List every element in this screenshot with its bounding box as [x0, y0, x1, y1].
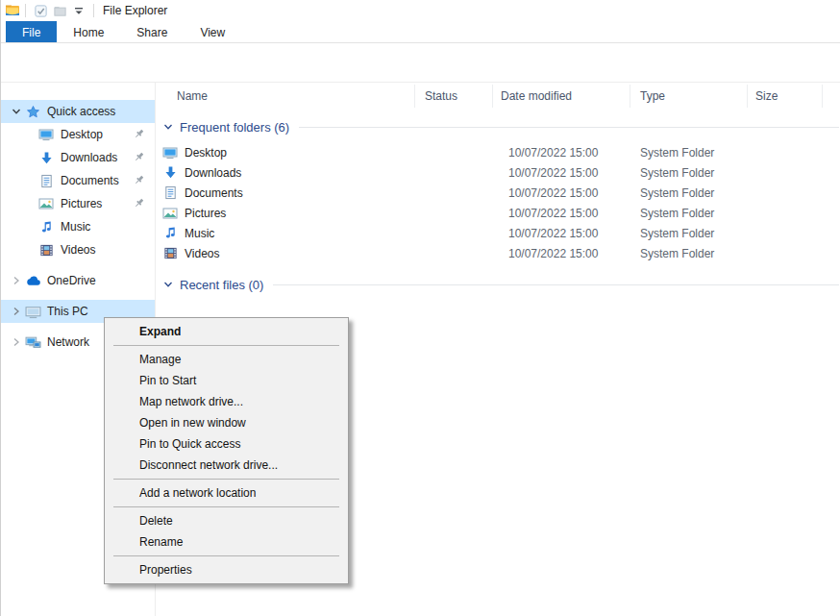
file-type: System Folder: [640, 146, 714, 160]
pin-icon: [133, 151, 145, 163]
menu-item-disconnect-network-drive[interactable]: Disconnect network drive...: [105, 455, 348, 476]
menu-item-pin-to-start[interactable]: Pin to Start: [105, 370, 348, 391]
sidebar-item-downloads[interactable]: Downloads: [1, 146, 155, 169]
downloads-icon: [162, 165, 178, 180]
file-type: System Folder: [640, 186, 714, 200]
file-name: Music: [185, 227, 214, 240]
sidebar-item-documents[interactable]: Documents: [1, 169, 155, 192]
tab-share[interactable]: Share: [120, 21, 184, 42]
file-row-documents[interactable]: Documents 10/07/2022 15:00 System Folder: [156, 183, 840, 203]
qat-new-folder-button[interactable]: [50, 2, 69, 19]
sidebar-item-label: Network: [47, 335, 89, 349]
sidebar-item-label: Documents: [61, 174, 119, 187]
column-header-size[interactable]: Size: [748, 85, 823, 108]
documents-icon: [162, 185, 178, 200]
chevron-expanded-icon[interactable]: [163, 280, 173, 289]
sidebar-item-label: This PC: [47, 305, 88, 318]
menu-item-pin-to-quick-access[interactable]: Pin to Quick access: [105, 433, 348, 455]
divider: [93, 4, 94, 17]
menu-separator: [113, 555, 339, 556]
menu-separator: [113, 479, 339, 480]
sidebar-item-desktop[interactable]: Desktop: [1, 123, 155, 146]
file-row-videos[interactable]: Videos 10/07/2022 15:00 System Folder: [156, 243, 840, 263]
this-pc-icon: [24, 304, 41, 320]
chevron-expanded-icon[interactable]: [163, 122, 173, 132]
frequent-folders-list: Desktop 10/07/2022 15:00 System Folder D…: [156, 142, 840, 263]
sidebar-item-label: Quick access: [47, 105, 115, 118]
sidebar-item-label: Videos: [61, 243, 95, 257]
column-header-name[interactable]: Name: [156, 85, 415, 108]
column-header-type[interactable]: Type: [630, 85, 748, 108]
sidebar-item-quick-access[interactable]: Quick access: [1, 100, 155, 123]
file-row-desktop[interactable]: Desktop 10/07/2022 15:00 System Folder: [156, 142, 840, 162]
pictures-icon: [37, 196, 55, 211]
sidebar-item-label: Desktop: [61, 128, 103, 141]
menu-item-properties[interactable]: Properties: [105, 559, 348, 580]
file-date-modified: 10/07/2022 15:00: [508, 166, 598, 180]
menu-item-manage[interactable]: Manage: [105, 349, 348, 370]
sidebar-item-music[interactable]: Music: [1, 215, 155, 238]
music-icon: [37, 220, 55, 234]
column-header-date-modified[interactable]: Date modified: [493, 85, 630, 108]
file-row-downloads[interactable]: Downloads 10/07/2022 15:00 System Folder: [156, 162, 840, 183]
desktop-icon: [37, 127, 55, 142]
file-type: System Folder: [640, 227, 714, 240]
group-rule: [273, 284, 839, 285]
menu-item-open-in-new-window[interactable]: Open in new window: [105, 412, 348, 433]
menu-item-delete[interactable]: Delete: [105, 510, 348, 531]
divider: [25, 4, 26, 17]
pictures-icon: [162, 206, 178, 221]
sidebar-item-label: Music: [61, 220, 90, 234]
file-type: System Folder: [640, 207, 714, 220]
tab-view[interactable]: View: [184, 21, 241, 42]
music-icon: [162, 226, 178, 240]
qat-customize-dropdown[interactable]: [69, 2, 88, 19]
chevron-collapsed-icon[interactable]: [9, 307, 24, 316]
chevron-collapsed-icon[interactable]: [9, 337, 24, 347]
tab-file[interactable]: File: [6, 21, 57, 42]
sidebar-item-label: Downloads: [61, 151, 117, 164]
menu-item-add-a-network-location[interactable]: Add a network location: [105, 482, 348, 504]
group-header-label: Recent files (0): [180, 278, 263, 292]
file-name: Downloads: [185, 166, 241, 180]
desktop-icon: [162, 145, 178, 160]
column-header-status[interactable]: Status: [415, 85, 493, 108]
qat-properties-button[interactable]: [31, 2, 50, 19]
sidebar-item-pictures[interactable]: Pictures: [1, 192, 155, 215]
sidebar-item-videos[interactable]: Videos: [1, 238, 155, 261]
file-type: System Folder: [640, 166, 714, 180]
videos-icon: [37, 243, 55, 258]
file-row-pictures[interactable]: Pictures 10/07/2022 15:00 System Folder: [156, 203, 840, 223]
file-explorer-app-icon: [5, 3, 20, 18]
file-name: Desktop: [185, 146, 227, 160]
sidebar-item-label: OneDrive: [47, 274, 96, 287]
tab-file-label: File: [22, 26, 40, 39]
pin-icon: [133, 197, 145, 209]
chevron-expanded-icon[interactable]: [9, 107, 24, 116]
file-name: Videos: [185, 247, 219, 260]
tab-home-label: Home: [73, 26, 104, 39]
group-header-frequent-folders[interactable]: Frequent folders (6): [156, 117, 840, 136]
menu-separator: [113, 345, 339, 346]
menu-item-map-network-drive[interactable]: Map network drive...: [105, 391, 348, 412]
file-row-music[interactable]: Music 10/07/2022 15:00 System Folder: [156, 223, 840, 243]
file-date-modified: 10/07/2022 15:00: [508, 227, 598, 240]
file-date-modified: 10/07/2022 15:00: [508, 186, 598, 200]
file-type: System Folder: [640, 247, 714, 260]
group-header-recent-files[interactable]: Recent files (0): [156, 275, 840, 294]
group-rule: [299, 127, 839, 128]
menu-item-rename[interactable]: Rename: [105, 531, 348, 553]
onedrive-cloud-icon: [24, 273, 41, 289]
sidebar-item-onedrive[interactable]: OneDrive: [1, 269, 155, 292]
file-name: Pictures: [185, 207, 226, 220]
file-date-modified: 10/07/2022 15:00: [508, 207, 598, 220]
tab-view-label: View: [200, 26, 225, 39]
tab-home[interactable]: Home: [57, 21, 120, 42]
navigation-bar: ← → ⌄ ↑ Quick access: [1, 43, 840, 83]
chevron-collapsed-icon[interactable]: [9, 276, 24, 285]
group-header-label: Frequent folders (6): [180, 120, 289, 135]
menu-item-expand[interactable]: Expand: [105, 321, 348, 342]
network-icon: [24, 334, 41, 351]
pin-icon: [133, 174, 145, 186]
window-title: File Explorer: [103, 4, 167, 17]
